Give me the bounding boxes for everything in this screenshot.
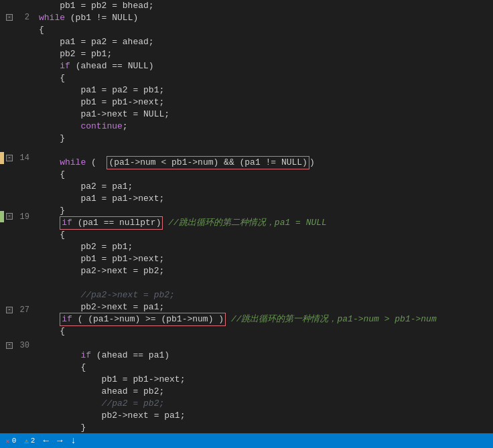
code-text-23: pa2->next = pb2; xyxy=(39,265,164,277)
comment-34: //pa2 = pb2; xyxy=(39,398,164,410)
fold-row-14: - xyxy=(4,152,15,163)
code-line-19: if (pa1 == nullptr) //跳出循环的第二种情况，pa1 = N… xyxy=(33,217,493,229)
fold-icon-2[interactable]: - xyxy=(6,14,13,21)
ln-27: 27 xyxy=(20,304,29,316)
fold-row-3 xyxy=(4,23,15,35)
code-text-14a xyxy=(39,157,60,169)
ln-2: 2 xyxy=(25,11,29,23)
code-text-1: pb1 = pb2 = bhead; xyxy=(39,0,154,12)
code-text-16: pa2 = pa1; xyxy=(39,181,133,193)
code-line-7: { xyxy=(33,72,493,84)
fold-row-15 xyxy=(4,164,15,175)
code-line-15: { xyxy=(33,169,493,181)
comment-25: //pa2->next = pb2; xyxy=(39,289,175,301)
fold-row-27: - xyxy=(4,305,15,316)
code-text-32: pb1 = pb1->next; xyxy=(39,374,185,386)
code-text-14c: (pa1->num < pb1->num) && (pa1 != NULL) xyxy=(109,157,307,167)
comment-19: //跳出循环的第二种情况，pa1 = NULL xyxy=(168,217,327,229)
fold-row-4 xyxy=(4,35,15,46)
code-text-26: pb2->next = pa1; xyxy=(39,301,164,313)
code-line-26: pb2->next = pa1; xyxy=(33,301,493,313)
code-text-12: } xyxy=(39,133,65,145)
code-text-27c xyxy=(226,313,231,325)
code-area: - - - - xyxy=(0,0,493,433)
code-line-29 xyxy=(33,338,493,350)
code-line-16: pa2 = pa1; xyxy=(33,181,493,193)
nav-down[interactable]: ↓ xyxy=(70,435,76,446)
code-line-11: continue; xyxy=(33,121,493,133)
code-text-2: (pb1 != NULL) xyxy=(65,12,138,24)
fold-row-7 xyxy=(4,70,15,82)
error-icon: ✕ xyxy=(5,437,10,445)
fold-row-1 xyxy=(4,0,15,11)
code-line-2: while (pb1 != NULL) xyxy=(33,12,493,24)
fold-row-10 xyxy=(4,105,15,117)
code-line-18: } xyxy=(33,205,493,217)
code-line-34: //pa2 = pb2; xyxy=(33,398,493,410)
arrow-right-icon[interactable]: → xyxy=(57,435,62,446)
code-text-20: { xyxy=(39,229,65,241)
code-line-35: pb2->next = pa1; xyxy=(33,410,493,422)
code-text-30b: (ahead == pa1) xyxy=(91,350,169,362)
kw-if-2: if xyxy=(62,218,72,228)
ln-19: 19 xyxy=(20,211,29,223)
code-text-6b: (ahead == NULL) xyxy=(70,60,154,72)
fold-row-22 xyxy=(4,246,15,257)
nav-back[interactable]: ← xyxy=(43,435,48,446)
fold-row-32 xyxy=(4,363,15,374)
code-text-31: { xyxy=(39,362,86,374)
warning-number: 2 xyxy=(31,437,36,445)
line-numbers: 2 14 19 27 xyxy=(15,0,33,433)
fold-row-36 xyxy=(4,410,15,421)
fold-row-35 xyxy=(4,398,15,409)
code-text-3: { xyxy=(39,24,44,36)
code-line-6: if (ahead == NULL) xyxy=(33,60,493,72)
code-line-24 xyxy=(33,277,493,289)
code-text-19a xyxy=(39,217,60,229)
arrow-down-icon[interactable]: ↓ xyxy=(70,435,76,446)
code-text-11b: ; xyxy=(123,121,128,133)
code-line-4: pa1 = pa2 = ahead; xyxy=(33,36,493,48)
code-line-10: pa1->next = NULL; xyxy=(33,108,493,121)
code-line-28: { xyxy=(33,325,493,338)
code-line-20: { xyxy=(33,229,493,241)
fold-icon-19[interactable]: - xyxy=(6,213,13,220)
code-line-8: pa1 = pa2 = pb1; xyxy=(33,84,493,96)
code-line-36: } xyxy=(33,422,493,433)
nav-forward[interactable]: → xyxy=(57,435,62,446)
code-content: pb1 = pb2 = bhead; while (pb1 != NULL) {… xyxy=(33,0,493,433)
fold-row-33 xyxy=(4,375,15,386)
code-line-5: pb2 = pb1; xyxy=(33,48,493,60)
fold-col: - - - - xyxy=(4,0,15,433)
fold-row-2: - xyxy=(4,11,15,23)
fold-row-28 xyxy=(4,316,15,327)
code-text-19c xyxy=(163,217,168,229)
code-text-9: pb1 = pb1->next; xyxy=(39,96,164,108)
fold-row-31 xyxy=(4,352,15,363)
code-line-14: while ( (pa1->num < pb1->num) && (pa1 !=… xyxy=(33,157,493,169)
code-line-22: pb1 = pb1->next; xyxy=(33,253,493,265)
code-text-8: pa1 = pa2 = pb1; xyxy=(39,84,164,96)
kw-if-1: if xyxy=(60,60,70,72)
code-line-32: pb1 = pb1->next; xyxy=(33,374,493,386)
code-line-17: pa1 = pa1->next; xyxy=(33,193,493,205)
code-text-14b: ( xyxy=(86,157,107,169)
code-line-27: if ( (pa1->num) >= (pb1->num) ) //跳出循环的第… xyxy=(33,313,493,325)
code-text-19b: (pa1 == nullptr) xyxy=(72,218,161,228)
fold-row-16 xyxy=(4,175,15,187)
code-line-3: { xyxy=(33,24,493,36)
fold-row-30: - xyxy=(4,340,15,351)
fold-row-12 xyxy=(4,129,15,140)
code-line-25: //pa2->next = pb2; xyxy=(33,289,493,301)
fold-row-20 xyxy=(4,222,15,234)
warning-count: ⚠ 2 xyxy=(24,437,35,445)
code-line-12: } xyxy=(33,133,493,145)
fold-icon-14[interactable]: - xyxy=(6,155,13,161)
code-text-15: { xyxy=(39,169,65,181)
arrow-left-icon[interactable]: ← xyxy=(43,435,48,446)
code-line-31: { xyxy=(33,362,493,374)
fold-icon-27[interactable]: - xyxy=(6,307,13,313)
fold-icon-30[interactable]: - xyxy=(6,342,13,349)
warning-icon: ⚠ xyxy=(24,437,29,445)
code-text-27b: ( (pa1->num) >= (pb1->num) ) xyxy=(72,314,224,324)
